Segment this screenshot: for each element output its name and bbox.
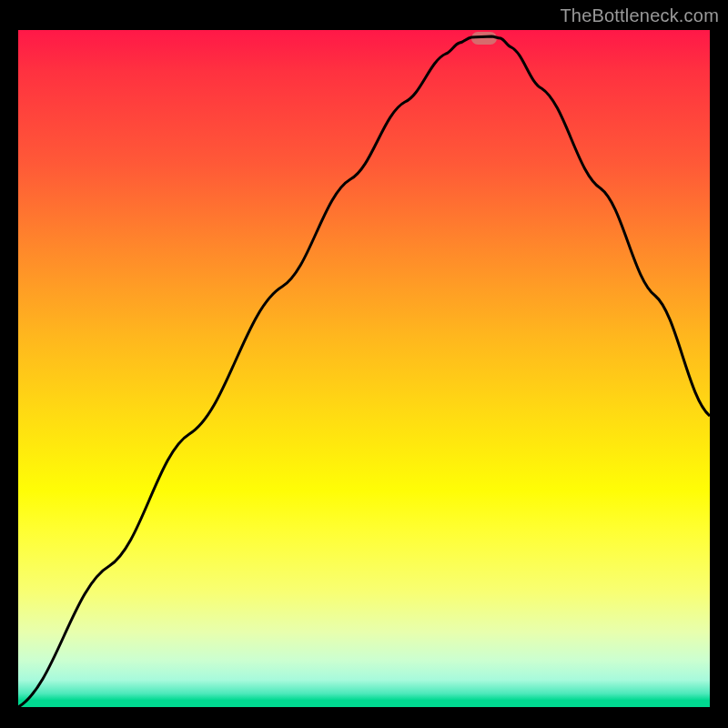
watermark-text: TheBottleneck.com	[560, 5, 719, 26]
bottleneck-curve	[18, 30, 710, 707]
curve-path	[18, 36, 710, 707]
plot-area	[18, 30, 710, 707]
chart-frame: TheBottleneck.com	[0, 0, 728, 728]
